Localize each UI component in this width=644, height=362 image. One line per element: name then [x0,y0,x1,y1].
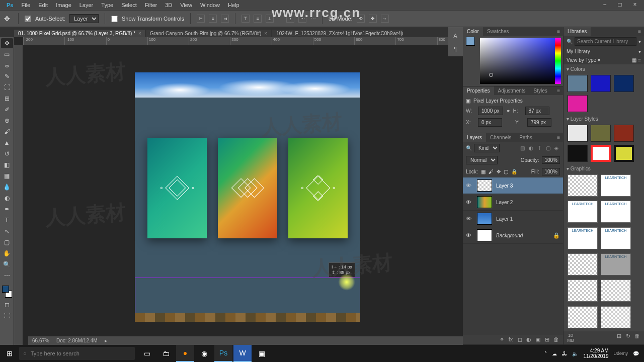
taskbar-app-other[interactable]: ▣ [253,345,271,362]
color-swatch[interactable] [591,75,611,92]
blend-mode-select[interactable]: Normal [466,156,498,164]
chevron-down-icon[interactable]: ▾ [638,39,641,44]
lock-paint-icon[interactable]: 🖌 [489,169,494,174]
grid-view-icon[interactable]: ▦ [632,57,636,63]
pen-tool[interactable]: ✒ [1,204,13,214]
doc-tab-3[interactable]: 1024W_F_125328829_ZXots41gHVos1FqedtcC0h… [272,30,403,37]
visibility-icon[interactable]: 👁 [466,232,473,238]
menu-help[interactable]: Help [224,1,243,9]
graphic-item[interactable]: LEARNTECH [568,227,598,249]
panel-menu-icon[interactable]: ≡ [554,86,563,95]
layer-row[interactable]: 👁 Layer 1 [463,211,563,227]
library-search-input[interactable]: Search Current Library [575,37,636,46]
graphic-item[interactable] [601,306,631,328]
tab-color[interactable]: Color [463,27,483,36]
tray-network-icon[interactable]: 🖧 [562,351,567,356]
style-swatch[interactable] [568,145,588,162]
visibility-icon[interactable]: 👁 [466,216,473,222]
doc-tab-2[interactable]: Grand-Canyon-South-Rim.jpg @ 66.7% (RGB/… [146,30,271,37]
crop-tool[interactable]: ⛶ [1,82,13,93]
filter-shape-icon[interactable]: ▢ [544,145,551,151]
quick-select-tool[interactable]: ✎ [1,71,13,81]
visibility-icon[interactable]: 👁 [466,183,473,189]
quickmask-tool[interactable]: ◻ [1,300,13,310]
tray-volume-icon[interactable]: 🔈 [572,351,578,356]
eraser-tool[interactable]: ◧ [1,160,13,170]
lock-pixels-icon[interactable]: ▦ [481,169,486,174]
frame-tool[interactable]: ⊞ [1,94,13,104]
list-view-icon[interactable]: ≡ [638,57,641,63]
menu-type[interactable]: Type [98,1,117,9]
screenmode-tool[interactable]: ⛶ [1,311,13,321]
link-wh-icon[interactable]: ⚭ [506,108,510,114]
menu-filter[interactable]: Filter [141,1,160,9]
graphic-item[interactable]: LEARNTECH [601,174,631,197]
close-icon[interactable]: × [138,31,141,36]
lib-section-colors[interactable]: ▾ Colors [564,64,644,73]
visibility-icon[interactable]: 👁 [466,199,473,205]
filter-adjust-icon[interactable]: ◐ [527,145,534,151]
taskbar-clock[interactable]: 4:29 AM 11/20/2019 [583,348,608,359]
move-tool[interactable]: ✥ [1,38,13,48]
tray-overflow-icon[interactable]: ˄ [544,351,547,356]
style-swatch[interactable] [591,125,611,142]
taskbar-app-word[interactable]: W [233,345,252,362]
tab-channels[interactable]: Channels [486,133,515,142]
zoom-tool[interactable]: 🔍 [1,259,13,269]
align-center-v-icon[interactable]: ≡ [254,15,262,23]
layer-row[interactable]: 👁 Layer 2 [463,194,563,211]
taskbar-search[interactable]: ○ Type here to search [19,347,135,360]
panel-menu-icon[interactable]: ≡ [554,133,563,142]
menu-layer[interactable]: Layer [76,1,97,9]
tab-swatches[interactable]: Swatches [483,27,513,36]
filter-pixel-icon[interactable]: ▧ [519,145,526,151]
lib-add-icon[interactable]: ⊞ [615,333,623,343]
menu-view[interactable]: View [177,1,196,9]
delete-layer-icon[interactable]: 🗑 [552,336,560,343]
view-by-type[interactable]: View by Type ▾ [567,57,600,63]
layer-fx-icon[interactable]: fx [507,336,515,343]
lock-artboard-icon[interactable]: ▢ [504,169,508,174]
distribute-h-icon[interactable]: ⋮ [286,15,294,23]
search-icon[interactable]: 🔍 [466,145,472,151]
tab-properties[interactable]: Properties [463,86,494,95]
align-center-h-icon[interactable]: ≡ [209,15,217,23]
graphic-item[interactable] [568,306,598,328]
window-minimize[interactable]: − [598,0,612,10]
layer-name[interactable]: Background [496,233,523,238]
layer-mask-icon[interactable]: ◻ [516,336,524,343]
ruler-vertical[interactable] [14,45,23,345]
layer-group-icon[interactable]: ▣ [534,336,542,343]
color-swatch[interactable] [614,75,634,92]
tab-adjustments[interactable]: Adjustments [494,86,530,95]
layer-row[interactable]: 👁 Layer 3 [463,177,563,194]
panel-menu-icon[interactable]: ≡ [554,27,563,36]
layer-thumbnail[interactable] [477,213,492,225]
style-swatch[interactable] [568,125,588,142]
align-more-icon[interactable]: ⋯ [310,16,316,22]
library-select[interactable]: My Library▾ [564,47,644,56]
3d-orbit-icon[interactable]: ⟲ [357,15,365,23]
lock-position-icon[interactable]: ✥ [497,169,501,174]
heal-tool[interactable]: ⊕ [1,116,13,126]
graphic-item[interactable]: LEARNTECH [601,253,631,276]
filter-type-icon[interactable]: T [536,145,543,151]
character-panel-icon[interactable]: A [449,30,461,42]
stamp-tool[interactable]: ▲ [1,138,13,148]
opacity-value[interactable]: 100% [542,156,560,164]
prop-height[interactable]: 87 px [525,107,549,115]
fill-value[interactable]: 100% [542,168,560,175]
menu-3d[interactable]: 3D [162,1,176,9]
menu-image[interactable]: Image [52,1,75,9]
layer-name[interactable]: Layer 3 [496,183,513,189]
prop-x[interactable]: 0 px [478,118,502,127]
graphic-item[interactable] [568,253,598,276]
tray-cloud-icon[interactable]: ☁ [552,351,557,356]
tab-styles[interactable]: Styles [530,86,551,95]
layer-row-background[interactable]: 👁 Background 🔒 [463,227,563,244]
layer-thumbnail[interactable] [477,179,492,192]
layer-name[interactable]: Layer 2 [496,200,513,205]
status-menu-icon[interactable]: ▸ [105,338,107,343]
3d-pan-icon[interactable]: ✥ [369,15,377,23]
window-maximize[interactable]: □ [613,0,627,10]
